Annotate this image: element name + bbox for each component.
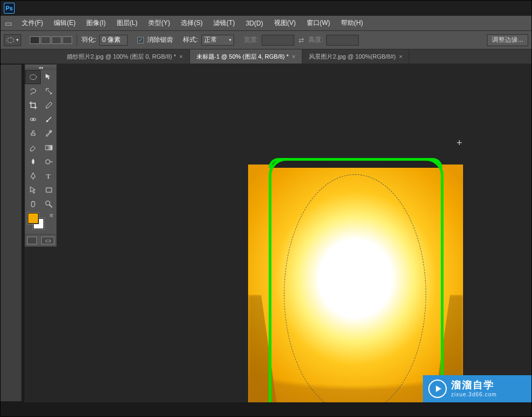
foreground-color-swatch[interactable]	[28, 213, 39, 224]
history-brush-tool[interactable]	[41, 127, 56, 141]
menu-file[interactable]: 文件(F)	[16, 16, 48, 30]
svg-point-7	[46, 201, 50, 205]
svg-rect-6	[46, 188, 52, 192]
tool-preset-picker[interactable]: ▾	[4, 34, 21, 46]
tab-label: 未标题-1 @ 50% (图层 4, RGB/8) *	[197, 53, 289, 61]
path-selection-tool[interactable]	[25, 183, 41, 197]
menu-window[interactable]: 窗口(W)	[301, 16, 335, 30]
antialias-checkbox[interactable]	[137, 37, 144, 43]
workspace	[24, 64, 531, 402]
quickmask-mode-button[interactable]	[27, 237, 37, 244]
pen-tool[interactable]	[25, 169, 41, 183]
style-value: 正常	[204, 35, 217, 45]
play-icon	[428, 380, 447, 398]
zoom-tool[interactable]	[41, 197, 56, 211]
selection-add-icon[interactable]	[41, 36, 50, 44]
status-bar	[1, 402, 531, 416]
style-select[interactable]: 正常 ▾	[201, 35, 234, 46]
tab-document-3[interactable]: 风景图片2.jpg @ 100%(RGB/8#) ×	[302, 49, 409, 64]
tab-label: 婚纱照片2.jpg @ 100% (图层 0, RGB/8) *	[67, 53, 176, 61]
svg-point-4	[46, 160, 50, 164]
color-swatches: ⤭	[25, 211, 56, 234]
feather-input[interactable]	[99, 35, 128, 46]
feather-label: 羽化:	[81, 35, 96, 45]
menu-type[interactable]: 类型(Y)	[143, 16, 175, 30]
move-tool[interactable]	[41, 70, 56, 84]
screen-mode-button[interactable]: ▭	[41, 237, 54, 244]
tab-document-1[interactable]: 婚纱照片2.jpg @ 100% (图层 0, RGB/8) * ×	[60, 49, 190, 64]
eyedropper-tool[interactable]	[41, 98, 56, 112]
antialias-label: 消除锯齿	[147, 35, 173, 45]
gradient-tool[interactable]	[41, 141, 56, 155]
ellipse-marquee-icon	[7, 37, 14, 43]
blur-tool[interactable]	[25, 155, 41, 169]
watermark: 溜溜自学 zixue.3d66.com	[423, 375, 531, 402]
swap-colors-icon[interactable]: ⤭	[49, 212, 53, 218]
tab-document-2[interactable]: 未标题-1 @ 50% (图层 4, RGB/8) * ×	[190, 49, 303, 64]
document-tabs: 婚纱照片2.jpg @ 100% (图层 0, RGB/8) * × 未标题-1…	[1, 49, 531, 64]
clone-stamp-tool[interactable]	[25, 127, 41, 141]
separator	[77, 34, 77, 46]
panel-collapse-handle[interactable]: ◂◂	[25, 65, 56, 70]
height-input	[326, 35, 359, 46]
chevron-down-icon: ▾	[16, 37, 18, 42]
svg-text:T: T	[46, 172, 50, 180]
screen-mode-row: ▭	[25, 234, 56, 247]
swap-dimensions-icon: ⇄	[297, 36, 305, 44]
svg-point-0	[30, 75, 36, 80]
svg-rect-3	[46, 146, 52, 150]
close-icon[interactable]: ×	[179, 53, 182, 60]
quick-selection-tool[interactable]	[41, 84, 56, 98]
eraser-tool[interactable]	[25, 141, 41, 155]
selection-intersect-icon[interactable]	[62, 36, 72, 44]
menu-3d[interactable]: 3D(D)	[240, 16, 269, 30]
menu-bar: ▭ 文件(F) 编辑(E) 图像(I) 图层(L) 类型(Y) 选择(S) 滤镜…	[1, 16, 531, 31]
left-dock-strip	[1, 65, 22, 401]
dodge-tool[interactable]	[41, 155, 56, 169]
tools-panel: ◂◂	[24, 64, 57, 247]
elliptical-marquee-selection	[284, 174, 426, 414]
width-label: 宽度:	[244, 35, 258, 45]
menu-select[interactable]: 选择(S)	[175, 16, 208, 30]
healing-brush-tool[interactable]	[25, 112, 41, 127]
shape-tool[interactable]	[41, 183, 56, 197]
ps-logo: Ps	[4, 3, 15, 14]
options-bar: ▾ 羽化: 消除锯齿 样式: 正常 ▾ 宽度: ⇄ 高度: 调整边缘...	[1, 31, 531, 49]
type-tool[interactable]: T	[41, 169, 56, 183]
watermark-domain: zixue.3d66.com	[451, 391, 497, 398]
menu-help[interactable]: 帮助(H)	[335, 16, 369, 30]
selection-mode-group	[30, 36, 72, 44]
hand-tool[interactable]	[25, 197, 41, 211]
crop-tool[interactable]	[25, 98, 41, 112]
selection-subtract-icon[interactable]	[52, 36, 61, 44]
brush-tool[interactable]	[41, 112, 56, 127]
menu-view[interactable]: 视图(V)	[269, 16, 301, 30]
menu-image[interactable]: 图像(I)	[81, 16, 111, 30]
watermark-brand: 溜溜自学	[451, 380, 497, 391]
selection-new-icon[interactable]	[30, 36, 40, 44]
tab-label: 风景图片2.jpg @ 100%(RGB/8#)	[309, 53, 396, 61]
close-icon[interactable]: ×	[399, 53, 402, 60]
home-icon[interactable]: ▭	[1, 16, 16, 30]
menu-edit[interactable]: 编辑(E)	[48, 16, 81, 30]
lasso-tool[interactable]	[25, 84, 41, 98]
close-icon[interactable]: ×	[292, 53, 295, 60]
refine-edge-button[interactable]: 调整边缘...	[487, 34, 528, 46]
height-label: 高度:	[308, 35, 323, 45]
chevron-down-icon: ▾	[229, 37, 231, 42]
menu-layer[interactable]: 图层(L)	[111, 16, 143, 30]
width-input	[262, 35, 294, 46]
title-bar: Ps	[1, 1, 531, 16]
menu-filter[interactable]: 滤镜(T)	[208, 16, 240, 30]
marquee-tool[interactable]	[25, 70, 41, 84]
style-label: 样式:	[183, 35, 198, 45]
